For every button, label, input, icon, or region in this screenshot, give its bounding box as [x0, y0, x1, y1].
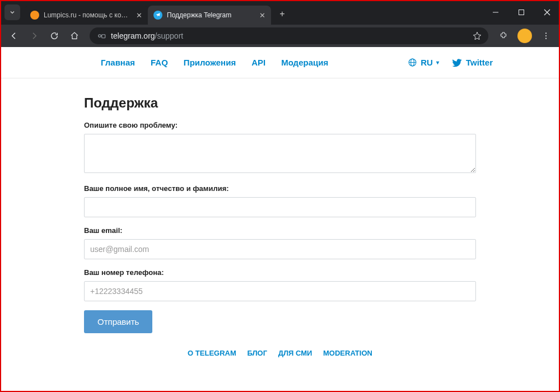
address-bar[interactable]: telegram.org/support: [90, 27, 488, 44]
nav-apps[interactable]: Приложения: [184, 58, 236, 67]
bookmark-icon[interactable]: [473, 31, 482, 40]
nav-moderation[interactable]: Модерация: [281, 58, 328, 67]
nav-api[interactable]: API: [251, 58, 265, 67]
close-icon[interactable]: ✕: [134, 11, 143, 20]
problem-textarea[interactable]: [84, 134, 476, 173]
language-selector[interactable]: RU ▾: [408, 58, 439, 67]
extensions-button[interactable]: [495, 27, 512, 44]
svg-point-9: [545, 38, 547, 39]
new-tab-button[interactable]: +: [274, 6, 290, 22]
email-label: Ваш email:: [84, 226, 476, 235]
svg-rect-1: [519, 10, 524, 15]
page-content: Главная FAQ Приложения API Модерация RU …: [0, 47, 560, 392]
tab-search-button[interactable]: [4, 4, 20, 20]
back-button[interactable]: [6, 27, 22, 44]
phone-label: Ваш номер телефона:: [84, 268, 476, 277]
favicon-lumpics: [30, 11, 39, 20]
browser-toolbar: telegram.org/support: [0, 25, 560, 47]
name-label: Ваше полное имя, отчество и фамилия:: [84, 184, 476, 193]
page-title: Поддержка: [84, 95, 476, 111]
support-form: Поддержка Опишите свою проблему: Ваше по…: [84, 78, 476, 357]
close-icon[interactable]: ✕: [258, 11, 267, 20]
tab-title: Поддержка Telegram: [167, 11, 253, 19]
svg-point-4: [99, 35, 101, 38]
footer-press[interactable]: ДЛЯ СМИ: [278, 349, 312, 357]
tab-title: Lumpics.ru - помощь с компь: [44, 11, 130, 19]
svg-point-7: [545, 32, 547, 34]
footer-links: О TELEGRAM БЛОГ ДЛЯ СМИ MODERATION: [84, 349, 476, 357]
svg-point-8: [545, 35, 547, 36]
favicon-telegram: [153, 11, 162, 20]
name-input[interactable]: [84, 197, 476, 217]
nav-faq[interactable]: FAQ: [151, 58, 168, 67]
titlebar: Lumpics.ru - помощь с компь ✕ Поддержка …: [0, 0, 560, 25]
close-window-button[interactable]: [534, 0, 560, 25]
forward-button[interactable]: [26, 27, 43, 44]
footer-blog[interactable]: БЛОГ: [247, 349, 267, 357]
footer-about[interactable]: О TELEGRAM: [188, 349, 236, 357]
submit-button[interactable]: Отправить: [84, 310, 152, 333]
reload-button[interactable]: [46, 27, 63, 44]
footer-moderation[interactable]: MODERATION: [323, 349, 372, 357]
nav-home[interactable]: Главная: [101, 58, 135, 67]
svg-rect-5: [102, 35, 105, 38]
profile-avatar[interactable]: [517, 29, 532, 43]
minimize-button[interactable]: [483, 0, 508, 25]
email-input[interactable]: [84, 239, 476, 259]
globe-icon: [408, 58, 417, 67]
maximize-button[interactable]: [508, 0, 534, 25]
tab-telegram-support[interactable]: Поддержка Telegram ✕: [148, 6, 271, 25]
problem-label: Опишите свою проблему:: [84, 121, 476, 129]
twitter-link[interactable]: Twitter: [451, 57, 493, 68]
home-button[interactable]: [66, 27, 83, 44]
twitter-icon: [451, 57, 463, 68]
chevron-down-icon: ▾: [436, 59, 439, 66]
site-nav: Главная FAQ Приложения API Модерация RU …: [0, 47, 560, 78]
language-label: RU: [421, 58, 433, 67]
tab-lumpics[interactable]: Lumpics.ru - помощь с компь ✕: [25, 6, 148, 25]
site-info-icon[interactable]: [96, 31, 106, 41]
url-text: telegram.org/support: [111, 31, 468, 40]
twitter-label: Twitter: [466, 58, 493, 67]
phone-input[interactable]: [84, 281, 476, 301]
menu-button[interactable]: [538, 27, 554, 44]
